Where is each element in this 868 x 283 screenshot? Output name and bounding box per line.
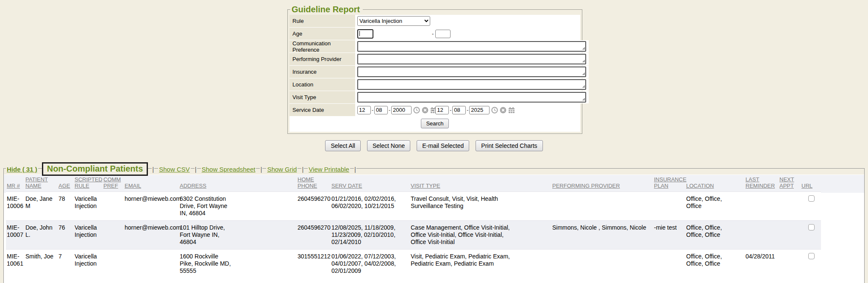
view-printable-link[interactable]: View Printable — [308, 166, 350, 173]
cell-age: 76 — [58, 221, 75, 250]
communication-preference-label: Communication Preference — [289, 40, 355, 53]
column-header-insurance[interactable]: INSURANCEPLAN — [654, 175, 686, 192]
column-header-visit_type[interactable]: VISIT TYPE — [411, 175, 552, 192]
age-label: Age — [289, 28, 355, 40]
cell-comm_pref — [103, 192, 125, 221]
cell-value-location: Office, Office, Office — [686, 195, 731, 210]
cell-value-name: Doe, John L. — [25, 224, 55, 239]
performing-provider-label: Performing Provider — [289, 53, 355, 65]
cell-location: Office, Office, Office, Office — [686, 221, 746, 250]
email-selected-button[interactable]: E-mail Selected — [417, 140, 469, 151]
non-compliant-patients-table: MR #PATIENTNAMEAGESCRIPTEDRULECOMMPREFEM… — [6, 175, 821, 278]
cell-email: horner@mieweb.com — [125, 192, 180, 221]
row-select-checkbox[interactable] — [808, 195, 815, 202]
cell-name: Doe, Jane M — [25, 192, 58, 221]
column-header-age[interactable]: AGE — [58, 175, 75, 192]
hide-toggle-link[interactable]: Hide ( 31 ) — [6, 166, 38, 173]
cell-insurance — [654, 250, 686, 278]
cell-value-email: horner@mieweb.com — [125, 224, 176, 231]
select-none-button[interactable]: Select None — [367, 140, 410, 151]
guideline-report-panel: Guideline Report Rule Varicella Injectio… — [287, 9, 582, 134]
cell-location: Office, Office, Office — [686, 192, 746, 221]
show-csv-link[interactable]: Show CSV — [158, 166, 191, 173]
clear-date-icon[interactable] — [422, 107, 428, 114]
panel-title: Non-Compliant Patients — [42, 162, 148, 176]
service-date-from-day-input[interactable] — [374, 106, 388, 114]
column-header-mr[interactable]: MR # — [6, 175, 25, 192]
cell-last_reminder — [746, 192, 779, 221]
insurance-label: Insurance — [289, 66, 355, 78]
column-header-address[interactable]: ADDRESS — [180, 175, 298, 192]
communication-preference-row: Communication Preference — [289, 40, 580, 53]
column-header-next_appt[interactable]: NEXTAPPT — [779, 175, 801, 192]
column-header-last_reminder[interactable]: LASTREMINDER — [746, 175, 779, 192]
service-date-to-month-input[interactable] — [435, 106, 449, 114]
column-header-name[interactable]: PATIENTNAME — [25, 175, 58, 192]
visit-type-input[interactable] — [357, 92, 586, 103]
cell-value-address: 6302 Constitution Drive, Fort Wayne IN, … — [180, 195, 232, 217]
column-header-serv_date[interactable]: SERV DATE — [331, 175, 411, 192]
cell-rule: Varicella Injection — [75, 221, 103, 250]
rule-label: Rule — [289, 15, 355, 27]
service-date-to-group: - - — [435, 106, 515, 114]
cell-provider: Simmons, Nicole , Simmons, Nicole — [552, 221, 654, 250]
service-date-from-year-input[interactable] — [391, 106, 412, 114]
clock-icon[interactable] — [491, 107, 498, 114]
cell-name: Smith, Joe — [25, 250, 58, 278]
communication-preference-input[interactable] — [357, 41, 586, 52]
patients-panel-header: Hide ( 31 ) Non-Compliant Patients | Sho… — [6, 162, 356, 176]
row-select-checkbox[interactable] — [808, 224, 815, 230]
service-date-label: Service Date — [289, 104, 355, 116]
show-grid-link[interactable]: Show Grid — [266, 166, 298, 173]
service-date-to-day-input[interactable] — [452, 106, 466, 114]
cell-url — [801, 250, 821, 278]
age-to-input[interactable] — [435, 30, 451, 38]
print-selected-charts-button[interactable]: Print Selected Charts — [476, 140, 542, 151]
cell-mr: MIE-10061 — [6, 250, 25, 278]
age-from-input[interactable] — [357, 29, 373, 39]
cell-next_appt — [779, 192, 801, 221]
column-header-phone[interactable]: HOMEPHONE — [298, 175, 331, 192]
age-row: Age - — [289, 28, 580, 40]
calendar-icon[interactable] — [508, 107, 515, 114]
table-header-row: MR #PATIENTNAMEAGESCRIPTEDRULECOMMPREFEM… — [6, 175, 821, 192]
cell-provider — [552, 192, 654, 221]
service-date-to-year-input[interactable] — [469, 106, 490, 114]
column-header-rule[interactable]: SCRIPTEDRULE — [75, 175, 103, 192]
location-input[interactable] — [357, 79, 586, 90]
cell-email — [125, 250, 180, 278]
column-header-url[interactable]: URL — [801, 175, 821, 192]
cell-value-provider: Simmons, Nicole , Simmons, Nicole — [552, 224, 651, 231]
cell-serv_date: 12/08/2025, 11/18/2009, 11/23/2009, 02/1… — [331, 221, 411, 250]
cell-name: Doe, John L. — [25, 221, 58, 250]
clear-date-icon[interactable] — [500, 107, 506, 114]
service-date-from-month-input[interactable] — [357, 106, 371, 114]
cell-visit_type: Case Management, Office Visit-Initial, O… — [411, 221, 552, 250]
link-separator: | — [195, 166, 197, 173]
cell-value-last_reminder: 04/28/2011 — [746, 253, 776, 260]
column-header-comm_pref[interactable]: COMMPREF — [103, 175, 125, 192]
column-header-location[interactable]: LOCATION — [686, 175, 746, 192]
service-date-row: Service Date - - - - - — [289, 104, 580, 116]
cell-value-visit_type: Travel Consult, Visit, Visit, Health Sur… — [411, 195, 520, 210]
row-select-checkbox[interactable] — [808, 253, 815, 259]
performing-provider-row: Performing Provider — [289, 53, 580, 65]
select-all-button[interactable]: Select All — [325, 140, 361, 151]
search-button[interactable]: Search — [421, 119, 448, 128]
guideline-report-title: Guideline Report — [290, 4, 363, 14]
performing-provider-input[interactable] — [357, 54, 586, 64]
insurance-input[interactable] — [357, 67, 586, 77]
cell-value-rule: Varicella Injection — [75, 224, 100, 239]
date-separator: - — [389, 107, 390, 113]
rule-select[interactable]: Varicella Injection — [357, 16, 430, 26]
cell-value-rule: Varicella Injection — [75, 253, 100, 267]
clock-icon[interactable] — [413, 107, 420, 114]
cell-address: 101 Hilltop Drive, Fort Wayne IN, 46804 — [180, 221, 298, 250]
column-header-provider[interactable]: PERFORMING PROVIDER — [552, 175, 654, 192]
cell-value-location: Office, Office, Office, Office — [686, 224, 731, 239]
show-spreadsheet-link[interactable]: Show Spreadsheet — [201, 166, 256, 173]
guideline-report-body: Rule Varicella Injection Age - Communica… — [289, 15, 580, 132]
column-header-email[interactable]: EMAIL — [125, 175, 180, 192]
cell-phone: 3015551212 — [298, 250, 331, 278]
selection-actions: Select All Select None E-mail Selected P… — [0, 140, 868, 151]
